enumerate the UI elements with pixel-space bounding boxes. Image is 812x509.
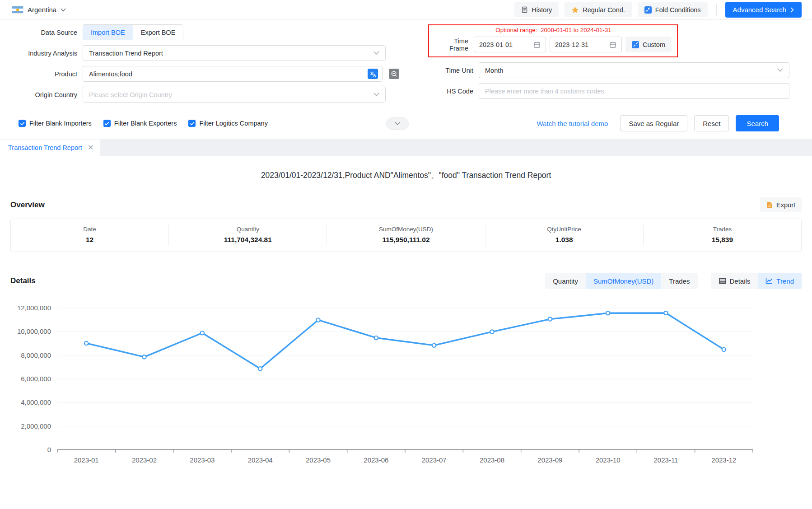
hs-code-input[interactable] — [485, 88, 783, 95]
time-unit-label: Time Unit — [399, 67, 479, 74]
svg-text:2023-02: 2023-02 — [132, 456, 157, 464]
star-icon — [571, 6, 579, 14]
table-icon — [719, 278, 726, 284]
svg-text:2023-04: 2023-04 — [248, 456, 273, 464]
svg-text:2023-03: 2023-03 — [190, 456, 215, 464]
country-selector[interactable]: Argentina — [12, 6, 66, 14]
tab-transaction-trend-report[interactable]: Transaction Trend Report ✕ — [0, 140, 100, 156]
fuzzy-search-icon[interactable] — [389, 69, 399, 79]
origin-country-label: Origin Country — [5, 91, 83, 98]
advanced-search-button[interactable]: Advanced Search — [725, 2, 802, 18]
metric-tab-trades[interactable]: Trades — [661, 273, 697, 289]
regular-cond-button[interactable]: Regular Cond. — [565, 2, 632, 17]
details-controls: Quantity SumOfMoney(USD) Trades Details … — [545, 273, 802, 289]
country-name: Argentina — [28, 6, 56, 14]
svg-text:0: 0 — [47, 446, 51, 453]
stat-quantity: Quantity 111,704,324.81 — [168, 225, 327, 246]
view-tab-details[interactable]: Details — [711, 273, 758, 289]
history-label: History — [532, 6, 552, 14]
end-date-input[interactable]: 2023-12-31 — [550, 37, 622, 52]
checkbox-label: Filter Logitics Company — [199, 120, 268, 127]
custom-range-button[interactable]: Custom — [625, 37, 672, 52]
calendar-icon — [609, 41, 616, 48]
start-date-input[interactable]: 2023-01-01 — [474, 37, 546, 52]
tab-import-boe[interactable]: Import BOE — [83, 25, 133, 40]
svg-text:2023-07: 2023-07 — [422, 456, 447, 464]
export-file-icon — [766, 201, 773, 209]
svg-text:2023-01: 2023-01 — [74, 456, 99, 464]
svg-text:8,000,000: 8,000,000 — [21, 351, 51, 359]
optional-range-text: Optional range: 2008-01-01 to 2024-01-31 — [435, 27, 672, 33]
industry-analysis-select[interactable]: Transaction Trend Report — [83, 45, 386, 61]
checkbox-label: Filter Blank Importers — [29, 120, 92, 127]
metric-tab-group: Quantity SumOfMoney(USD) Trades — [545, 273, 697, 289]
checkbox-label: Filter Blank Exporters — [114, 120, 177, 127]
svg-text:2023-10: 2023-10 — [596, 456, 621, 464]
stat-qty-unit-price: QtyUnitPrice 1.038 — [485, 225, 643, 246]
svg-text:2023-06: 2023-06 — [364, 456, 388, 464]
custom-icon — [632, 41, 639, 48]
regular-cond-label: Regular Cond. — [583, 6, 625, 14]
history-icon — [521, 6, 528, 13]
hs-code-label: HS Code — [399, 88, 479, 95]
translate-icon[interactable]: A — [368, 69, 378, 79]
filter-panel: Data Source Import BOE Export BOE Indust… — [0, 20, 812, 132]
search-button[interactable]: Search — [736, 115, 779, 131]
stat-date: Date 12 — [11, 225, 168, 246]
stat-value: 12 — [11, 236, 168, 244]
checkbox-checked-icon — [19, 120, 26, 127]
view-tab-trend[interactable]: Trend — [758, 273, 802, 289]
line-chart-icon — [765, 278, 773, 284]
origin-country-select[interactable]: Please select Origin Country — [83, 87, 386, 103]
checkbox-filter-blank-exporters[interactable]: Filter Blank Exporters — [103, 120, 177, 127]
svg-text:10,000,000: 10,000,000 — [17, 327, 51, 335]
hs-code-field — [479, 83, 789, 99]
origin-country-placeholder: Please select Origin Country — [89, 91, 172, 98]
tab-export-boe[interactable]: Export BOE — [133, 25, 183, 40]
stat-label: SumOfMoney(USD) — [327, 226, 485, 233]
stat-trades: Trades 15,839 — [643, 225, 801, 246]
product-label: Product — [5, 70, 83, 78]
save-as-regular-button[interactable]: Save as Regular — [620, 115, 687, 131]
fold-conditions-button[interactable]: Fold Conditions — [638, 2, 708, 17]
tutorial-demo-link[interactable]: Watch the tutorial demo — [537, 120, 608, 127]
report-title: 2023/01/01-2023/12/31,Product AND"Alimen… — [10, 170, 802, 181]
time-frame-annotation-box: Optional range: 2008-01-01 to 2024-01-31… — [428, 24, 678, 57]
checkbox-group: Filter Blank Importers Filter Blank Expo… — [19, 120, 268, 127]
time-frame-label: Time Frame — [435, 37, 474, 52]
metric-tab-quantity[interactable]: Quantity — [545, 273, 586, 289]
stat-label: QtyUnitPrice — [485, 226, 643, 233]
time-unit-value: Month — [485, 67, 503, 74]
reset-button[interactable]: Reset — [694, 115, 729, 131]
filter-actions-row: Filter Blank Importers Filter Blank Expo… — [5, 115, 789, 132]
checkbox-filter-logitics-company[interactable]: Filter Logitics Company — [188, 120, 268, 127]
chevron-down-icon — [61, 8, 66, 12]
divider — [716, 4, 717, 16]
time-unit-select[interactable]: Month — [479, 62, 789, 78]
svg-text:2023-08: 2023-08 — [480, 456, 504, 464]
svg-text:4,000,000: 4,000,000 — [21, 398, 51, 406]
expand-conditions-button[interactable] — [386, 117, 409, 130]
checkbox-filter-blank-importers[interactable]: Filter Blank Importers — [19, 120, 92, 127]
export-label: Export — [776, 201, 795, 209]
metric-tab-sum-of-money[interactable]: SumOfMoney(USD) — [586, 273, 661, 289]
stat-value: 1.038 — [485, 236, 643, 244]
custom-label: Custom — [643, 41, 665, 48]
view-tab-group: Details Trend — [711, 273, 802, 289]
stat-value: 115,950,111.02 — [327, 236, 485, 244]
export-button[interactable]: Export — [760, 197, 802, 212]
line-chart[interactable]: 02,000,0004,000,0006,000,0008,000,00010,… — [10, 294, 802, 479]
product-input[interactable] — [89, 70, 363, 78]
svg-text:2,000,000: 2,000,000 — [21, 422, 51, 430]
checkbox-checked-icon — [103, 120, 111, 127]
svg-text:6,000,000: 6,000,000 — [21, 375, 51, 383]
trend-chart: 02,000,0004,000,0006,000,0008,000,00010,… — [10, 294, 802, 479]
close-icon[interactable]: ✕ — [88, 144, 93, 151]
industry-analysis-label: Industry Analysis — [5, 50, 83, 57]
view-tab-label: Trend — [776, 277, 794, 285]
argentina-flag-icon — [12, 6, 23, 14]
stat-label: Date — [11, 226, 168, 233]
tab-title: Transaction Trend Report — [8, 144, 82, 151]
history-button[interactable]: History — [514, 2, 559, 17]
chevron-down-icon — [373, 93, 379, 97]
